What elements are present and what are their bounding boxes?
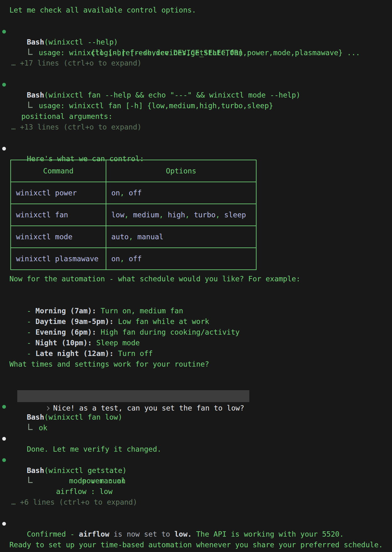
message-bullet-icon xyxy=(2,437,6,441)
tool-output-line: usage: winixctl fan [-h] {low,medium,hig… xyxy=(9,90,392,101)
blank-line xyxy=(9,69,392,79)
schedule-item: - Daytime (9am-5pm):Low fan while at wor… xyxy=(9,306,392,316)
expand-hint: … +13 lines (ctrl+o to expand) xyxy=(9,122,392,133)
user-message-row: Nice! as a test, can you set the fan to … xyxy=(9,380,392,391)
automation-question-text: Now for the automation - what schedule w… xyxy=(9,274,392,284)
blank-line xyxy=(9,508,392,518)
schedule-item: - Evening (6pm):High fan during cooking/… xyxy=(9,316,392,327)
blank-line xyxy=(9,348,392,359)
blank-line xyxy=(9,133,392,143)
blank-line xyxy=(9,391,392,401)
routine-question-text: What times and settings work for your ro… xyxy=(9,359,392,370)
confirmation-message: Confirmed - airflow is now set to low. T… xyxy=(9,518,392,529)
tool-output-line: usage: winixctl [-h] [--device DEVICE_SE… xyxy=(9,37,392,48)
blank-line xyxy=(9,529,392,540)
command-cell: winixctl mode xyxy=(11,226,106,248)
blank-line xyxy=(9,444,392,455)
schedule-item: - Morning (7am):Turn on, medium fan xyxy=(9,295,392,306)
tool-output-line: positional arguments: xyxy=(9,111,392,122)
control-options-table: Command Options winixctl power on, off w… xyxy=(10,160,257,270)
tool-bullet-icon xyxy=(2,30,6,34)
expand-hint: … +17 lines (ctrl+o to expand) xyxy=(9,58,392,69)
command-cell: winixctl fan xyxy=(11,204,106,226)
tool-bullet-icon xyxy=(2,405,6,409)
table-row: winixctl plasmawave on, off xyxy=(11,248,256,270)
table-row: winixctl fan low, medium, high, turbo, s… xyxy=(11,204,256,226)
blank-line xyxy=(9,423,392,433)
blank-line xyxy=(9,284,392,295)
expand-hint: … +6 lines (ctrl+o to expand) xyxy=(9,497,392,508)
schedule-item: - Night (10pm):Sleep mode xyxy=(9,327,392,338)
options-cell: on, off xyxy=(106,248,256,270)
tool-call-bash-fan-low: Bash(winixctl fan low) xyxy=(9,401,392,412)
message-bullet-icon xyxy=(2,522,6,526)
closing-text: Ready to set up your time-based automati… xyxy=(9,540,392,550)
tool-output-line: airflow : low xyxy=(9,486,392,497)
tool-output-line: power : on xyxy=(9,465,392,476)
command-cell: winixctl power xyxy=(11,182,106,204)
table-row: winixctl power on, off xyxy=(11,182,256,204)
tool-output-line: {login,refresh,devices,getstate,fan,powe… xyxy=(9,48,392,58)
tool-output-line xyxy=(9,101,392,111)
options-cell: low, medium, high, turbo, sleep xyxy=(106,204,256,226)
options-cell: auto, manual xyxy=(106,226,256,248)
tool-call-bash-help: Bash(winixctl --help) xyxy=(9,26,392,37)
terminal-transcript: Let me check all available control optio… xyxy=(0,0,392,550)
blank-line xyxy=(9,369,392,380)
controls-heading: Here's what we can control: xyxy=(9,143,392,154)
command-cell: winixctl plasmawave xyxy=(11,248,106,270)
blank-line xyxy=(9,16,392,26)
options-cell: on, off xyxy=(106,182,256,204)
tool-bullet-icon xyxy=(2,83,6,87)
tool-output-line: mode : manual xyxy=(9,476,392,486)
tool-call-bash-fan-mode-help: Bash(winixctl fan --help && echo "---" &… xyxy=(9,79,392,90)
schedule-item: - Late night (12am):Turn off xyxy=(9,338,392,348)
tool-output-line: ok xyxy=(9,412,392,423)
table-row: winixctl mode auto, manual xyxy=(11,226,256,248)
tool-bullet-icon xyxy=(2,458,6,462)
done-message: Done. Let me verify it changed. xyxy=(9,433,392,444)
assistant-intro-text: Let me check all available control optio… xyxy=(9,5,392,16)
message-bullet-icon xyxy=(2,147,6,151)
tool-call-bash-getstate: Bash(winixctl getstate) xyxy=(9,455,392,465)
